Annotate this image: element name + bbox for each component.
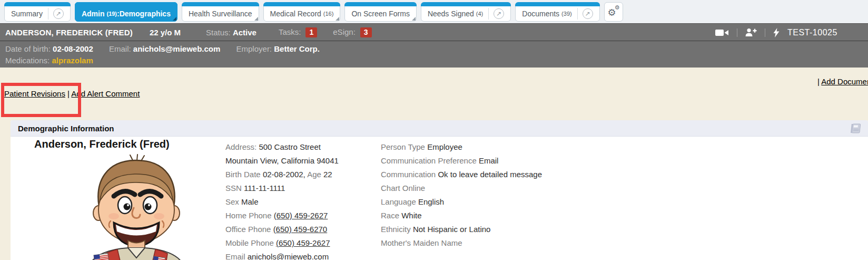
panel-title: Demographic Information <box>18 124 114 133</box>
tab-label: Admin <box>82 9 105 18</box>
patient-action-links: Patient Revisions | Add Alert Comment <box>4 89 140 98</box>
field-person-type: Person Type Employee <box>381 140 613 154</box>
add-user-icon[interactable] <box>745 28 757 37</box>
dropdown-fold-icon[interactable] <box>254 17 258 21</box>
field-mothers-maiden-name: Mother's Maiden Name <box>381 236 613 250</box>
tab-label: On Screen Forms <box>351 9 409 18</box>
dropdown-fold-icon[interactable] <box>336 17 339 21</box>
field-birth-date: Birth Date 02-08-2002, Age 22 <box>225 168 383 181</box>
field-chart-online: Chart Online <box>381 181 613 195</box>
field-office-phone: Office Phone (650) 459-6270 <box>225 223 383 236</box>
status-value: Active <box>233 28 257 37</box>
tasks-count-badge[interactable]: 1 <box>305 27 317 37</box>
external-link-icon[interactable]: ↗ <box>53 8 64 19</box>
tab-label: Health Surveillance <box>189 9 252 18</box>
office-phone-link[interactable]: (650) 459-6270 <box>273 225 328 234</box>
tab-medical-record[interactable]: Medical Record(16) <box>263 2 341 22</box>
lightning-bolt-icon[interactable] <box>773 28 780 37</box>
field-race: Race White <box>381 209 613 223</box>
field-address: Address: 500 Castro Street <box>225 140 383 154</box>
external-link-icon[interactable]: ↗ <box>583 8 593 19</box>
tab-documents[interactable]: Documents(39) ↗ <box>515 2 599 22</box>
external-link-icon[interactable]: ↗ <box>494 8 504 19</box>
field-ssn: SSN 111-11-1111 <box>225 181 383 195</box>
panel-header: Demographic Information <box>11 120 868 137</box>
field-mobile-phone: Mobile Phone (650) 459-2627 <box>225 236 383 250</box>
field-communication-preference: Communication Preference Email <box>381 154 613 168</box>
tab-label: Summary <box>11 9 43 18</box>
add-document-link[interactable]: Add Document <box>821 77 868 86</box>
add-document-line: | Add Document <box>817 77 868 86</box>
tab-health-surveillance[interactable]: Health Surveillance <box>182 2 259 22</box>
medication-link[interactable]: alprazolam <box>52 56 93 65</box>
chart-id: TEST-10025 <box>787 28 837 37</box>
divider <box>765 28 765 37</box>
field-language: Language English <box>381 195 613 209</box>
employer-label: Employer: <box>236 44 272 53</box>
field-ethnicity: Ethnicity Not Hispanic or Latino <box>381 223 613 236</box>
field-home-phone: Home Phone (650) 459-2627 <box>225 209 383 223</box>
video-call-icon[interactable] <box>715 28 729 37</box>
field-email: Email anichols@mieweb.com <box>225 250 383 260</box>
patient-display-name: Anderson, Frederick (Fred) <box>34 138 170 150</box>
tab-label: Medical Record <box>270 9 321 18</box>
tab-summary[interactable]: Summary ↗ <box>4 2 71 22</box>
esign-label: eSign: <box>333 27 356 36</box>
field-address-line2: Mountain View, California 94041 <box>225 154 383 168</box>
tasks-label: Tasks: <box>279 27 301 36</box>
gears-icon-small: ⚙ <box>615 5 620 11</box>
tab-label: Needs Signed <box>428 9 474 18</box>
esign-count-badge[interactable]: 3 <box>360 27 372 37</box>
patient-info-bar: Date of birth: 02-08-2002 Email: anichol… <box>0 41 868 68</box>
dropdown-fold-icon[interactable] <box>173 17 176 21</box>
email-value: anichols@mieweb.com <box>133 44 221 53</box>
email-label: Email: <box>109 44 131 53</box>
field-sex: Sex Male <box>225 195 383 209</box>
email-link[interactable]: anichols@mieweb.com <box>248 252 329 260</box>
patient-revisions-link[interactable]: Patient Revisions <box>4 89 65 98</box>
dob-label: Date of birth: <box>5 44 51 53</box>
chart-tab-bar: Summary ↗ Admin(19):Demographics Health … <box>0 0 868 23</box>
medications-label: Medications: <box>5 56 50 65</box>
tab-on-screen-forms[interactable]: On Screen Forms <box>344 2 416 22</box>
journal-icon[interactable] <box>849 123 862 136</box>
patient-age-sex: 22 y/o M <box>150 28 181 37</box>
status-label: Status: <box>206 28 231 37</box>
divider <box>737 28 737 37</box>
tab-label: Documents <box>522 9 559 18</box>
patient-photo <box>74 154 199 260</box>
tab-needs-signed[interactable]: Needs Signed(4) ↗ <box>421 2 511 22</box>
settings-button[interactable]: ⚙ ⚙ <box>604 2 623 22</box>
employer-value: Better Corp. <box>274 44 320 53</box>
patient-name: ANDERSON, FREDERICK (FRED) <box>5 28 133 37</box>
add-alert-comment-link[interactable]: Add Alert Comment <box>71 89 140 98</box>
demographics-right-column: Person Type Employee Communication Prefe… <box>381 140 613 250</box>
separator: | <box>817 77 820 86</box>
demographics-middle-column: Address: 500 Castro Street Mountain View… <box>225 140 383 260</box>
home-phone-link[interactable]: (650) 459-2627 <box>274 211 328 220</box>
mobile-phone-link[interactable]: (650) 459-2627 <box>276 238 330 247</box>
flag-patch <box>94 253 109 260</box>
demographic-information-panel: Demographic Information Anderson, Freder… <box>11 120 868 260</box>
patient-header-bar: ANDERSON, FREDERICK (FRED) 22 y/o M Stat… <box>0 23 868 41</box>
dob-value: 02-08-2002 <box>53 44 93 53</box>
tab-admin-demographics[interactable]: Admin(19):Demographics <box>75 2 177 22</box>
field-communication: Communication Ok to leave detailed messa… <box>381 168 613 181</box>
dropdown-fold-icon[interactable] <box>412 17 416 21</box>
separator: | <box>67 89 70 98</box>
